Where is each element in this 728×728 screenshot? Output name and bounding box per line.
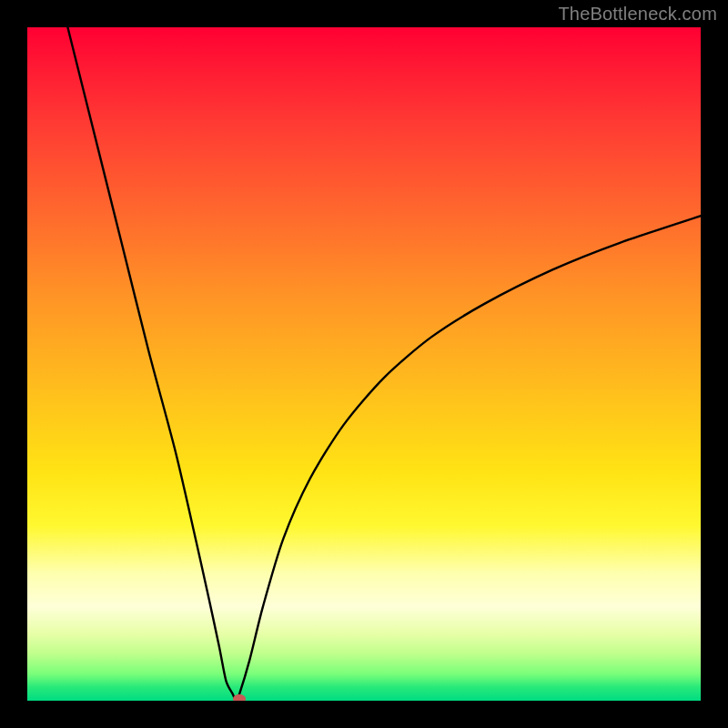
chart-container: TheBottleneck.com <box>0 0 728 728</box>
min-point-marker <box>233 694 246 701</box>
plot-area <box>27 27 701 701</box>
watermark-text: TheBottleneck.com <box>558 4 717 25</box>
bottleneck-curve <box>27 27 701 701</box>
